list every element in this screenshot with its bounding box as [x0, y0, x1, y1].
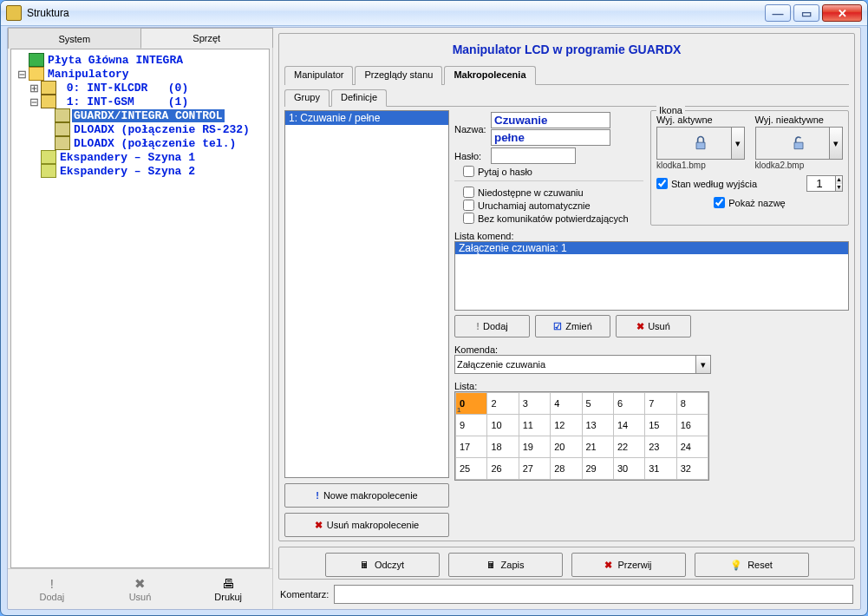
lock-closed-icon — [692, 134, 709, 152]
icon-legend: Ikona — [656, 105, 685, 115]
lista-cell[interactable]: 31 — [645, 458, 676, 480]
cb-noconfirm[interactable] — [463, 213, 474, 224]
cb-auto[interactable] — [463, 200, 474, 211]
tree-dloadx-rs[interactable]: DLOADX (połączenie RS-232) — [16, 122, 264, 136]
new-macro-button[interactable]: ! Nowe makropolecenie — [284, 483, 449, 508]
lista-cell[interactable]: 28 — [551, 458, 582, 480]
subtab-groups[interactable]: Grupy — [284, 89, 330, 107]
lista-cell[interactable]: 27 — [519, 458, 550, 480]
lista-cell[interactable]: 6 — [613, 393, 644, 415]
lista-cell[interactable]: 11 — [519, 415, 550, 436]
lista-cell[interactable]: 10 — [487, 415, 519, 436]
left-pane: System Sprzęt Płyta Główna INTEGRA ⊟ Man… — [8, 28, 273, 609]
print-button[interactable]: 🖶 Drukuj — [186, 571, 271, 607]
lista-cell[interactable]: 14 — [613, 415, 644, 436]
command-list-item[interactable]: Załączenie czuwania: 1 — [455, 242, 848, 254]
abort-button[interactable]: ✖ Przerwij — [571, 553, 686, 577]
tab-system[interactable]: System — [8, 28, 141, 49]
lista-cell[interactable]: 5 — [582, 393, 613, 415]
chevron-down-icon[interactable]: ▾ — [731, 128, 744, 159]
lista-cell[interactable]: 19 — [519, 436, 550, 458]
lista-cell[interactable]: 30 — [613, 458, 644, 480]
calc-icon: 🖩 — [486, 560, 496, 570]
write-button[interactable]: 🖩 Zapis — [448, 553, 563, 577]
minimize-button[interactable]: ― — [765, 4, 791, 22]
command-list-label: Lista komend: — [454, 231, 849, 241]
name-input-2[interactable] — [491, 129, 610, 146]
lista-cell[interactable]: 24 — [676, 436, 708, 458]
subtab-defs[interactable]: Definicje — [331, 89, 387, 107]
cb-show-name[interactable] — [714, 197, 725, 208]
icon-inactive-file: klodka2.bmp — [755, 161, 844, 170]
cb-askpass[interactable] — [463, 166, 474, 177]
panel-title: Manipulator LCD w programie GUARDX — [284, 37, 849, 65]
comment-row: Komentarz: — [278, 585, 855, 606]
read-button[interactable]: 🖩 Odczyt — [325, 553, 440, 577]
chevron-down-icon[interactable]: ▾ — [829, 128, 842, 159]
delete-macro-button[interactable]: ✖ Usuń makropolecenie — [284, 513, 449, 537]
close-button[interactable]: ✕ — [822, 4, 862, 22]
command-list[interactable]: Załączenie czuwania: 1 — [454, 241, 849, 311]
lista-cell[interactable]: 4 — [551, 393, 582, 415]
tree-dloadx-tel[interactable]: DLOADX (połączenie tel.) — [16, 136, 264, 150]
cmd-edit-button[interactable]: ☑ Zmień — [535, 315, 610, 337]
definition-list-pane: 1: Czuwanie / pełne ! Nowe makropoleceni… — [284, 110, 449, 537]
lista-cell[interactable]: 22 — [613, 436, 644, 458]
tree-root[interactable]: Płyta Główna INTEGRA — [16, 53, 264, 67]
exclaim-icon: ! — [476, 321, 480, 331]
lista-cell[interactable]: 9 — [456, 415, 487, 436]
hardware-tree[interactable]: Płyta Główna INTEGRA ⊟ Manipulatory ⊞ 0:… — [10, 49, 270, 568]
lista-cell[interactable]: 13 — [582, 415, 613, 436]
icon-active-picker[interactable]: ▾ — [656, 127, 745, 160]
definition-item[interactable]: 1: Czuwanie / pełne — [285, 111, 448, 125]
lista-cell[interactable]: 8 — [676, 393, 708, 415]
tab-manipulator[interactable]: Manipulator — [284, 66, 353, 85]
comment-input[interactable] — [334, 585, 853, 604]
lista-cell[interactable]: 12 — [551, 415, 582, 436]
lista-cell[interactable]: 29 — [582, 458, 613, 480]
lista-cell[interactable]: 2 — [487, 393, 519, 415]
lista-cell[interactable]: 3 — [519, 393, 550, 415]
lista-label: Lista: — [454, 381, 849, 391]
lista-cell[interactable]: 17 — [456, 436, 487, 458]
cmd-delete-button[interactable]: ✖ Usuń — [616, 315, 691, 337]
command-combo[interactable]: Załączenie czuwania ▾ — [454, 355, 711, 374]
lista-cell[interactable]: 7 — [645, 393, 676, 415]
lista-cell[interactable]: 25 — [456, 458, 487, 480]
cmd-add-button[interactable]: ! Dodaj — [454, 315, 530, 337]
titlebar[interactable]: Struktura ― ▭ ✕ — [1, 1, 867, 26]
app-icon — [6, 5, 22, 21]
lista-cell[interactable]: 23 — [645, 436, 676, 458]
name-input-1[interactable] — [491, 112, 610, 128]
comment-label: Komentarz: — [280, 589, 329, 600]
lista-cell[interactable]: 21 — [582, 436, 613, 458]
lista-cell[interactable]: 18 — [487, 436, 519, 458]
state-output-spinner[interactable]: ▲▼ — [806, 175, 843, 192]
tab-status[interactable]: Przeglądy stanu — [355, 66, 442, 85]
tree-guardx[interactable]: GUARDX/INTEGRA CONTROL — [16, 108, 264, 122]
lista-cell[interactable]: 20 — [551, 436, 582, 458]
lista-cell[interactable]: 26 — [487, 458, 519, 480]
chevron-down-icon[interactable]: ▾ — [695, 356, 710, 373]
tree-kp0[interactable]: ⊞ 0: INT-KLCDR (0) — [16, 81, 264, 95]
lightbulb-icon: 💡 — [730, 560, 742, 571]
tree-exp1[interactable]: Ekspandery – Szyna 1 — [16, 150, 264, 164]
reset-button[interactable]: 💡 Reset — [695, 553, 809, 577]
icon-inactive-picker[interactable]: ▾ — [755, 127, 844, 160]
tab-hardware[interactable]: Sprzęt — [140, 28, 274, 49]
definition-list[interactable]: 1: Czuwanie / pełne — [284, 110, 449, 478]
cb-state-output[interactable] — [656, 178, 668, 189]
tree-kp1[interactable]: ⊟ 1: INT-GSM (1) — [16, 95, 264, 108]
password-input[interactable] — [491, 147, 576, 164]
lista-grid[interactable]: 0123456789101112131415161718192021222324… — [454, 391, 709, 481]
lista-cell[interactable]: 01 — [456, 393, 487, 415]
lista-cell[interactable]: 32 — [676, 458, 708, 480]
tree-exp2[interactable]: Ekspandery – Szyna 2 — [16, 164, 264, 178]
x-icon: ✖ — [315, 520, 323, 531]
tab-macros[interactable]: Makropolecenia — [444, 66, 535, 85]
tree-manipulators[interactable]: ⊟ Manipulatory — [16, 67, 264, 81]
lista-cell[interactable]: 16 — [676, 415, 708, 436]
maximize-button[interactable]: ▭ — [793, 4, 819, 22]
lista-cell[interactable]: 15 — [645, 415, 676, 436]
cb-unavailable[interactable] — [463, 187, 474, 198]
